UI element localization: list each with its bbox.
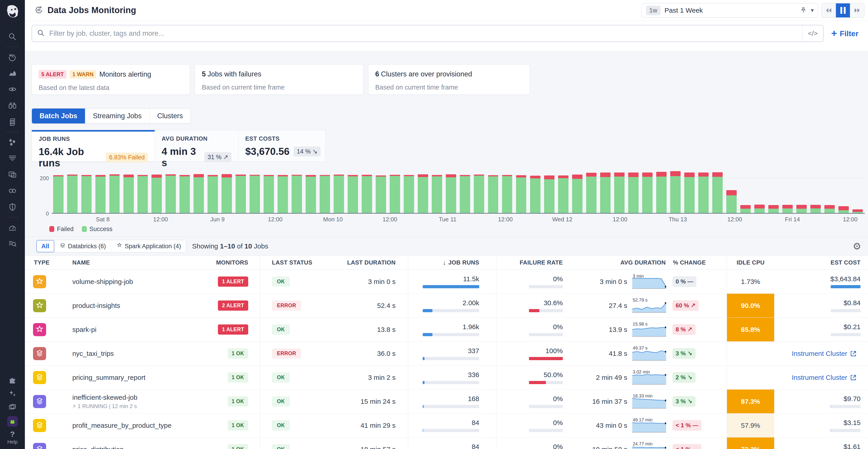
chart-bar[interactable] [390,175,400,213]
dashboards-gauge-icon[interactable] [0,219,25,235]
chart-bar[interactable] [208,175,218,213]
legend-failed[interactable]: Failed [49,226,74,233]
chart-bar[interactable] [137,175,148,213]
column-header-job-runs[interactable]: ↓JOB RUNS [408,256,496,269]
chart-bar[interactable] [502,175,513,213]
chart-bar[interactable] [768,205,779,213]
chart-bar[interactable] [712,172,723,213]
jobs-with-failures-card[interactable]: 5 Jobs with failures Based on current ti… [195,64,363,95]
chart-bar[interactable] [193,174,204,213]
user-avatar[interactable] [7,416,18,427]
security-icon[interactable] [0,199,25,215]
chart-bar[interactable] [544,175,555,213]
job-name-link[interactable]: product-insights [72,302,120,309]
search-icon[interactable] [0,29,25,45]
job-name-link[interactable]: inefficient-skewed-job [72,394,137,401]
skip-forward-button[interactable] [850,3,864,18]
chart-bar[interactable] [684,173,694,213]
monitors-badge[interactable]: 1 OK [228,420,248,430]
apm-binoculars-icon[interactable] [0,97,25,114]
table-row[interactable]: profit_measure_by_product_type1 OKOK41 m… [25,414,868,438]
infrastructure-icon[interactable] [0,114,25,130]
watchdog-icon[interactable] [0,81,25,97]
chart-bar[interactable] [362,175,372,213]
chart-bar[interactable] [236,175,246,213]
filter-search-bar[interactable]: </> [32,25,824,42]
column-header-monitors[interactable]: MONITORS [197,256,260,269]
ai-sparkles-icon[interactable] [0,387,25,400]
kpi-job-runs[interactable]: JOB RUNS 16.4k Job runs 6.83% Failed [32,130,155,162]
job-name-link[interactable]: price_distribution [72,446,124,449]
column-header-idle-cpu[interactable]: IDLE CPU [727,256,774,269]
chart-bar[interactable] [264,175,274,213]
job-name-link[interactable]: profit_measure_by_product_type [72,422,172,429]
add-filter-button[interactable]: + Filter [831,29,861,38]
tab-clusters[interactable]: Clusters [149,109,191,123]
table-row[interactable]: product-insights2 ALERTERROR52.4 s2.00k3… [25,294,868,318]
chart-bar[interactable] [628,173,639,213]
chart-bar[interactable] [306,175,316,213]
table-row[interactable]: volume-shipping-job1 ALERTOK3 min 0 s11.… [25,270,868,294]
ci-pipelines-icon[interactable] [0,183,25,199]
chart-bar[interactable] [838,206,849,213]
chart-bar[interactable] [320,175,330,213]
instrument-cluster-link[interactable]: Instrument Cluster [792,374,857,381]
chart-bar[interactable] [278,175,288,213]
kpi-avg-duration[interactable]: AVG DURATION 4 min 3 s 31 % ↗ [155,130,239,162]
chart-bar[interactable] [698,173,709,213]
chart-bar[interactable] [530,176,540,213]
filter-search-input[interactable] [45,29,802,37]
column-header-avg-duration[interactable]: AVG DURATION [568,256,668,269]
chart-bar[interactable] [250,175,260,213]
notebooks-search-icon[interactable] [0,235,25,251]
chart-bar[interactable] [516,175,526,213]
column-header-failure-rate[interactable]: FAILURE RATE [496,256,568,269]
chart-bar[interactable] [221,174,232,213]
over-provisioned-clusters-card[interactable]: 6 Clusters are over provisioned Based on… [368,64,530,95]
kpi-est-costs[interactable]: EST COSTS $3,670.56 14 % ↘ [239,130,326,162]
legend-success[interactable]: Success [82,226,113,233]
datadog-logo[interactable] [0,0,25,25]
chart-bar[interactable] [460,175,470,213]
more-apps-icon[interactable] [0,400,25,414]
tab-batch-jobs[interactable]: Batch Jobs [32,109,85,123]
chart-bar[interactable] [123,175,134,213]
monitors-badge[interactable]: 1 OK [228,396,248,407]
history-icon[interactable] [0,49,25,65]
service-map-icon[interactable] [0,134,25,150]
filter-pill-all[interactable]: All [36,240,54,252]
pause-button[interactable] [836,3,850,18]
chart-bar[interactable] [53,175,64,213]
chart-bar[interactable] [796,205,807,213]
chart-bar[interactable] [418,174,428,213]
chart-bar[interactable] [95,175,106,213]
column-header-last-status[interactable]: LAST STATUS [260,256,318,269]
instrument-cluster-link[interactable]: Instrument Cluster [792,350,857,357]
rum-icon[interactable] [0,167,25,183]
job-name-link[interactable]: spark-pi [72,326,96,333]
chart-bar[interactable] [740,205,751,213]
chart-bar[interactable] [726,190,737,213]
monitors-alerting-card[interactable]: 5 ALERT 1 WARN Monitors alerting Based o… [32,64,190,95]
chart-bar[interactable] [754,205,765,213]
chart-bar[interactable] [110,174,120,213]
time-shortcut-badge[interactable]: 1w [646,6,660,15]
chart-bar[interactable] [852,209,863,213]
chart-bar[interactable] [404,175,414,213]
chart-bar[interactable] [600,173,611,213]
filter-pill-databricks-6-[interactable]: Databricks (6) [54,240,111,252]
chart-bar[interactable] [782,205,793,213]
chart-bar[interactable] [446,174,456,213]
integrations-puzzle-icon[interactable] [0,373,25,387]
chart-bar[interactable] [81,175,92,213]
monitors-badge[interactable]: 1 ALERT [218,324,248,335]
tab-streaming-jobs[interactable]: Streaming Jobs [85,109,149,123]
chart-bar[interactable] [670,171,681,213]
table-settings-gear-icon[interactable]: ⚙ [852,241,861,252]
logs-icon[interactable] [0,150,25,167]
table-row[interactable]: price_distribution1 OKOK18 min 57 s840%1… [25,438,868,449]
chart-bar[interactable] [376,175,386,213]
column-header-name[interactable]: NAME [57,256,197,269]
column-header-type[interactable]: TYPE [25,256,57,269]
job-runs-chart[interactable]: 200 0 Sat 812:00Jun 912:00Mon 1012:00Tue… [29,171,866,233]
